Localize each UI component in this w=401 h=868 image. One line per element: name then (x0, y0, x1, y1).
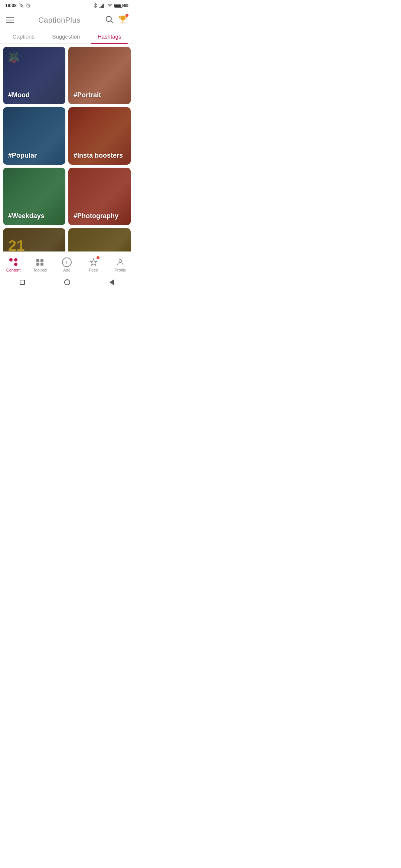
hashtag-card-photography[interactable]: #Photography (68, 168, 131, 225)
svg-point-6 (119, 259, 121, 262)
tab-suggestion[interactable]: Suggestion (45, 30, 87, 43)
top-right-actions (105, 14, 128, 26)
toolbox-nav-label: Toolbox (33, 268, 47, 272)
hashtag-grid: #Mood #Portrait #Popular #Insta boosters… (0, 44, 134, 251)
hashtag-label-mood: #Mood (8, 91, 30, 99)
back-button[interactable] (110, 279, 114, 285)
bluetooth-icon (93, 3, 98, 8)
profile-icon (115, 257, 125, 267)
hashtag-card-portrait[interactable]: #Portrait (68, 47, 131, 104)
hashtag-label-insta-boosters: #Insta boosters (74, 152, 123, 160)
recent-apps-button[interactable] (20, 280, 25, 285)
search-button[interactable] (105, 15, 114, 25)
hashtag-card-insta-boosters[interactable]: #Insta boosters (68, 107, 131, 165)
nav-item-toolbox[interactable]: Toolbox (30, 257, 50, 272)
hashtag-card-weekdays[interactable]: #Weekdays (3, 168, 65, 225)
mute-icon (19, 3, 24, 8)
content-icon (9, 257, 18, 267)
profile-nav-label: Profile (114, 268, 126, 272)
app-title: CaptionPlus (38, 16, 80, 24)
system-nav-bar (0, 275, 134, 289)
signal-icon (100, 3, 105, 8)
hashtag-card-mood[interactable]: #Mood (3, 47, 65, 104)
nav-item-profile[interactable]: Profile (110, 257, 131, 272)
hashtag-card-partial-2[interactable] (68, 228, 131, 251)
svg-rect-4 (103, 4, 104, 8)
battery-icon (114, 4, 123, 8)
nav-item-add[interactable]: + Add (57, 257, 77, 272)
add-nav-label: Add (63, 268, 71, 272)
hashtag-label-photography: #Photography (74, 212, 118, 220)
nav-item-feed[interactable]: Feed (84, 257, 104, 272)
battery-label: 99 (124, 3, 128, 8)
wifi-icon (107, 3, 113, 8)
feed-nav-label: Feed (89, 268, 98, 272)
top-bar: CaptionPlus (0, 10, 134, 30)
tab-hashtags[interactable]: Hashtags (91, 30, 128, 43)
nav-item-content[interactable]: Content (3, 257, 24, 272)
home-button[interactable] (64, 279, 70, 285)
bottom-nav: Content Toolbox + Add Feed (0, 254, 134, 275)
alarm-icon (26, 3, 31, 8)
trophy-button[interactable] (118, 14, 128, 26)
status-icons: 99 (93, 3, 128, 8)
hamburger-button[interactable] (6, 17, 14, 23)
trophy-notification-badge (125, 14, 128, 17)
time-label: 19:08 (5, 3, 17, 8)
svg-rect-1 (100, 7, 101, 8)
tab-captions[interactable]: Captions (6, 30, 41, 43)
feed-icon (89, 257, 98, 267)
add-icon: + (62, 257, 72, 267)
toolbox-icon (35, 257, 45, 267)
feed-notification-badge (97, 256, 100, 259)
hashtag-card-partial-1[interactable]: 21 (3, 228, 65, 251)
status-bar: 19:08 99 (0, 0, 134, 10)
hashtag-label-weekdays: #Weekdays (8, 212, 45, 220)
content-nav-label: Content (6, 268, 21, 272)
tabs-bar: Captions Suggestion Hashtags (0, 30, 134, 44)
hashtag-label-popular: #Popular (8, 152, 37, 160)
hashtag-card-popular[interactable]: #Popular (3, 107, 65, 165)
svg-rect-2 (101, 6, 102, 8)
search-icon (105, 15, 114, 24)
status-time: 19:08 (5, 3, 31, 8)
svg-rect-3 (102, 4, 103, 8)
hashtag-label-portrait: #Portrait (74, 91, 101, 99)
